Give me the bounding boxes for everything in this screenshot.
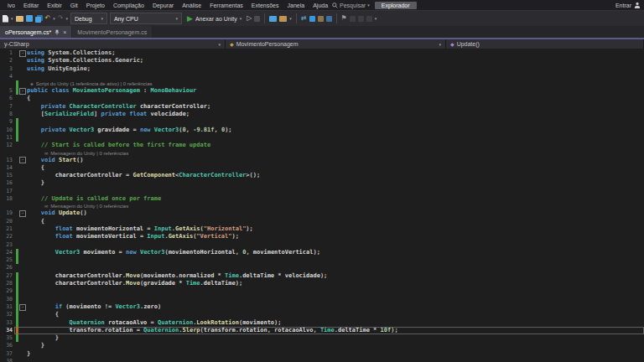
save-all-icon[interactable] (35, 17, 41, 23)
open-folder-icon[interactable] (16, 16, 23, 22)
hot-reload-icon[interactable] (254, 16, 260, 22)
codelens-row[interactable]: ✉Mensagem do Unity | 0 referências (0, 150, 644, 157)
pin-icon[interactable] (55, 29, 60, 35)
fold-collapse-icon[interactable]: - (19, 157, 26, 163)
menu-item-ivo[interactable]: ivo (3, 3, 19, 8)
code-line[interactable]: 10 private Vector3 gravidade = new Vecto… (0, 127, 644, 134)
search-control[interactable]: Pesquisar ▾ (332, 3, 370, 8)
code-line[interactable]: 4 (0, 73, 644, 80)
menu-item-depurar[interactable]: Depurar (148, 3, 178, 8)
chevron-down-icon[interactable]: ▾ (289, 16, 292, 21)
menu-item-editar[interactable]: Editar (19, 3, 43, 8)
code-line[interactable]: 35 } (0, 334, 644, 342)
code-line[interactable]: 21 float movimentoHorizontal = Input.Get… (0, 225, 644, 233)
code-line[interactable]: 16 } (0, 179, 644, 187)
code-line[interactable]: 31- if (movimento != Vector3.zero) (0, 303, 644, 311)
find-in-files-icon[interactable] (269, 16, 277, 22)
code-line[interactable]: 29 (0, 287, 644, 295)
menu-item-análise[interactable]: Análise (178, 3, 205, 8)
run-button[interactable]: ▶ Anexar ao Unity ▾ (184, 15, 244, 22)
search-box[interactable]: Explorador (375, 2, 417, 9)
code-line[interactable]: 5-public class MovimentoPersonagem : Mon… (0, 87, 644, 95)
codelens-link[interactable]: ◈Script do Unity (1 referência de ativo)… (27, 80, 152, 87)
project-dropdown[interactable]: y-CSharp ▾ (0, 39, 226, 49)
menu-item-ajuda[interactable]: Ajuda (309, 3, 332, 8)
start-without-debug-icon[interactable]: ▷ (247, 15, 252, 22)
codelens-row[interactable]: ◈Script do Unity (1 referência de ativo)… (0, 80, 644, 87)
code-editor[interactable]: 1-using System.Collections;2using System… (0, 49, 644, 362)
chevron-down-icon[interactable]: ▾ (65, 16, 68, 21)
close-icon[interactable]: × (63, 29, 66, 35)
code-line[interactable]: 13- void Start() (0, 157, 644, 164)
code-line[interactable]: 26 (0, 264, 644, 272)
tab-active-document[interactable]: oPersonagem.cs* × (0, 26, 71, 38)
cpu-config-dropdown[interactable]: Any CPU ▾ (110, 13, 182, 24)
code-line[interactable]: 11 (0, 134, 644, 142)
fold-collapse-icon[interactable]: - (19, 304, 26, 311)
code-line[interactable]: 25 (0, 256, 644, 264)
undo-icon[interactable]: ↶ (45, 15, 51, 22)
code-line[interactable]: 32 { (0, 311, 644, 318)
menu-item-exibir[interactable]: Exibir (43, 3, 66, 8)
code-line[interactable]: 14 { (0, 164, 644, 172)
code-line[interactable]: 37} (0, 350, 644, 358)
solution-explorer-icon[interactable] (309, 16, 315, 22)
chevron-down-icon[interactable]: ▾ (53, 16, 55, 21)
code-line[interactable]: 7 private CharacterController characterC… (0, 103, 644, 111)
code-line[interactable]: 17 (0, 188, 644, 195)
code-line[interactable]: 19- void Update() (0, 209, 644, 217)
code-line[interactable]: 28 characterController.Move(gravidade * … (0, 280, 644, 287)
code-line[interactable]: 15 characterController = GetComponent<Ch… (0, 172, 644, 179)
code-line[interactable]: 6{ (0, 95, 644, 102)
code-line[interactable]: 1-using System.Collections; (0, 49, 644, 57)
code-line[interactable]: 27 characterController.Move(movimento.no… (0, 272, 644, 280)
menu-item-projeto[interactable]: Projeto (82, 3, 109, 8)
fold-collapse-icon[interactable]: - (19, 88, 26, 95)
code-line[interactable]: 30 (0, 296, 644, 303)
bookmark-clear-icon[interactable] (366, 16, 372, 22)
menu-item-compilação[interactable]: Compilação (109, 3, 148, 8)
class-dropdown[interactable]: ◆ MovimentoPersonagem ▾ (226, 39, 446, 49)
member-dropdown[interactable]: ◆ Update() (446, 39, 644, 49)
chevron-down-icon[interactable]: ▾ (11, 16, 13, 21)
code-text: Vector3 movimento = new Vector3(moviment… (27, 249, 320, 256)
menu-item-ferramentas[interactable]: Ferramentas (205, 3, 247, 8)
menu-item-git[interactable]: Git (66, 3, 82, 8)
chevron-down-icon[interactable]: ▾ (375, 16, 377, 21)
menu-item-janela[interactable]: Janela (283, 3, 309, 8)
code-line[interactable]: 22 float movimentoVertical = Input.GetAx… (0, 233, 644, 240)
new-file-icon[interactable] (3, 15, 8, 23)
navigate-back-icon[interactable]: ⇄ (301, 15, 307, 22)
code-line[interactable]: 9 (0, 118, 644, 126)
tab-inactive-document[interactable]: MovimentoPersonagem.cs (72, 26, 152, 38)
sign-in-button[interactable]: Entrar (615, 2, 641, 8)
code-line[interactable]: 23 (0, 241, 644, 249)
bookmark-icon[interactable]: ⚑ (341, 15, 347, 22)
codelens-row[interactable]: ✉Mensagem do Unity | 0 referências (0, 203, 644, 209)
code-line[interactable]: 3using UnityEngine; (0, 65, 644, 73)
save-icon[interactable] (26, 15, 33, 22)
menu-item-extensões[interactable]: Extensões (247, 3, 283, 8)
codelens-link[interactable]: ✉Mensagem do Unity | 0 referências (27, 150, 128, 157)
toolbox-icon[interactable] (326, 16, 332, 22)
unity-message-icon: ✉ (44, 203, 48, 209)
code-line[interactable]: 38 (0, 358, 644, 362)
debug-config-dropdown[interactable]: Debug ▾ (70, 13, 107, 24)
code-line[interactable]: 12 // Start is called before the first f… (0, 142, 644, 149)
code-line[interactable]: 8 [SerializeField] private float velocid… (0, 111, 644, 118)
fold-collapse-icon[interactable]: - (19, 50, 26, 57)
code-line[interactable]: 24 Vector3 movimento = new Vector3(movim… (0, 249, 644, 256)
code-line[interactable]: 18 // Update is called once per frame (0, 195, 644, 203)
fold-collapse-icon[interactable]: - (19, 210, 26, 217)
redo-icon[interactable]: ↷ (58, 15, 64, 22)
code-line[interactable]: 33 Quaternion rotacaoAlvo = Quaternion.L… (0, 319, 644, 327)
bookmark-prev-icon[interactable] (350, 16, 356, 22)
code-line[interactable]: 34 transform.rotation = Quaternion.Slerp… (0, 327, 644, 334)
new-window-icon[interactable] (279, 16, 287, 22)
properties-icon[interactable] (318, 16, 324, 22)
code-line[interactable]: 36 } (0, 342, 644, 349)
code-line[interactable]: 20 { (0, 218, 644, 225)
codelens-link[interactable]: ✉Mensagem do Unity | 0 referências (27, 203, 128, 209)
code-line[interactable]: 2using System.Collections.Generic; (0, 57, 644, 65)
bookmark-next-icon[interactable] (358, 16, 364, 22)
